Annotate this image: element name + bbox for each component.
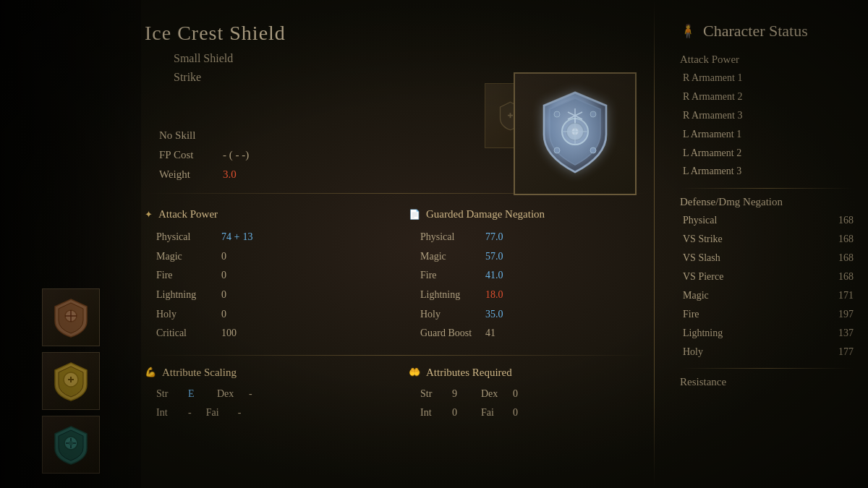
scaling-title: Attribute Scaling [162,367,237,379]
attack-holy-row: Holy 0 [145,305,387,325]
armaments-list: R Armament 1 R Armament 2 R Armament 3 L… [680,69,854,181]
guard-fire-row: Fire 41.0 [409,266,651,286]
attack-magic-name: Magic [156,247,221,267]
required-row-2: Int 0 Fai 0 [409,403,651,423]
def-slash-val: 168 [838,249,854,267]
def-pierce-name: VS Pierce [683,267,723,286]
item-image-box [514,72,637,195]
r-arm-3-name: R Armament 3 [683,106,742,125]
attack-power-rows: Physical 74 + 13 Magic 0 Fire 0 Lightnin… [145,228,387,343]
left-sidebar [0,0,141,488]
req-dex-val: 0 [513,385,527,404]
item-icon-3[interactable] [42,416,100,474]
fp-cost-label: FP Cost [159,145,217,165]
def-vs-strike: VS Strike 168 [680,230,854,249]
req-fai-val: 0 [513,403,527,423]
fp-cost-value: - ( - -) [223,145,249,165]
def-lightning: Lightning 137 [680,324,854,343]
attack-physical-name: Physical [156,228,221,247]
attack-lightning-name: Lightning [156,286,221,305]
guard-magic-row: Magic 57.0 [409,247,651,267]
stats-container: ✦ Attack Power Physical 74 + 13 Magic 0 … [145,208,651,343]
attack-magic-row: Magic 0 [145,247,387,267]
attack-holy-name: Holy [156,305,221,325]
required-title: Attributes Required [426,367,512,379]
req-str-label: Str [420,385,443,404]
guard-header: 📄 Guarded Damage Negation [409,208,651,221]
char-status-title: Character Status [703,22,808,40]
r-arm-2-name: R Armament 2 [683,87,742,106]
l-armament-3: L Armament 3 [680,162,854,181]
attr-scaling-header: 💪 Attribute Scaling [145,367,387,379]
attack-critical-row: Critical 100 [145,324,387,343]
def-vs-slash: VS Slash 168 [680,249,854,267]
divider-2 [145,355,651,356]
attack-magic-value: 0 [221,247,250,267]
attack-power-header: ✦ Attack Power [145,208,387,221]
scaling-int-label: Int [156,403,179,423]
def-physical: Physical 168 [680,211,854,230]
attack-power-section: Attack Power [680,53,854,66]
attack-power-title: Attack Power [158,208,218,221]
def-fire: Fire 197 [680,305,854,324]
char-divider-1 [680,188,854,189]
char-status-icon: 🧍 [680,23,696,39]
guard-physical-row: Physical 77.0 [409,228,651,247]
def-lightning-val: 137 [838,324,854,343]
guard-physical-name: Physical [420,228,485,247]
char-status-header: 🧍 Character Status [680,22,854,40]
scaling-fai-val: - [238,403,242,423]
required-row-1: Str 9 Dex 0 [409,385,651,404]
def-magic: Magic 171 [680,286,854,305]
defense-list: Physical 168 VS Strike 168 VS Slash 168 … [680,211,854,361]
l-armament-1: L Armament 1 [680,125,854,144]
guard-holy-value: 35.0 [485,305,503,325]
attr-required-panel: 🤲 Attributes Required Str 9 Dex 0 Int 0 … [409,367,651,423]
def-fire-val: 197 [838,305,854,324]
attack-holy-value: 0 [221,305,250,325]
def-holy: Holy 177 [680,343,854,361]
weight-value: 3.0 [223,165,237,184]
vertical-divider [654,0,655,488]
attack-fire-name: Fire [156,266,221,286]
guard-title: Guarded Damage Negation [426,208,545,221]
def-strike-name: VS Strike [683,230,723,249]
attack-fire-value: 0 [221,266,250,286]
def-magic-val: 171 [838,286,854,305]
guard-fire-name: Fire [420,266,485,286]
guard-rows: Physical 77.0 Magic 57.0 Fire 41.0 Light… [409,228,651,343]
guard-boost-value: 41 [485,324,514,343]
right-panel: 🧍 Character Status Attack Power R Armame… [665,22,868,391]
scaling-dex-label: Dex [217,385,240,404]
def-physical-name: Physical [683,211,717,230]
guard-lightning-name: Lightning [420,286,485,305]
attack-critical-name: Critical [156,324,221,343]
def-vs-pierce: VS Pierce 168 [680,267,854,286]
attributes-container: 💪 Attribute Scaling Str E Dex - Int - Fa… [145,367,651,423]
attack-physical-bonus: 13 [242,228,252,247]
def-lightning-name: Lightning [683,324,723,343]
l-armament-2: L Armament 2 [680,144,854,163]
guard-boost-row: Guard Boost 41 [409,324,651,343]
scaling-int-val: - [188,403,192,423]
attack-physical-row: Physical 74 + 13 [145,228,387,247]
item-icon-1[interactable] [42,288,100,346]
attack-fire-row: Fire 0 [145,266,387,286]
r-arm-1-name: R Armament 1 [683,69,742,87]
def-strike-val: 168 [838,230,854,249]
guard-icon: 📄 [409,209,420,221]
def-slash-name: VS Slash [683,249,720,267]
guard-boost-name: Guard Boost [420,324,485,343]
attack-physical-value: 74 + [221,228,239,247]
char-divider-2 [680,368,854,369]
scaling-row-1: Str E Dex - [145,385,387,404]
guard-panel: 📄 Guarded Damage Negation Physical 77.0 … [409,208,651,343]
attack-critical-value: 100 [221,324,250,343]
item-icon-2[interactable] [42,352,100,410]
defense-section-title: Defense/Dmg Negation [680,196,854,208]
attack-icon: ✦ [145,209,153,221]
guard-magic-name: Magic [420,247,485,267]
resistance-section-title: Resistance [680,376,854,388]
r-armament-3: R Armament 3 [680,106,854,125]
r-armament-1: R Armament 1 [680,69,854,87]
